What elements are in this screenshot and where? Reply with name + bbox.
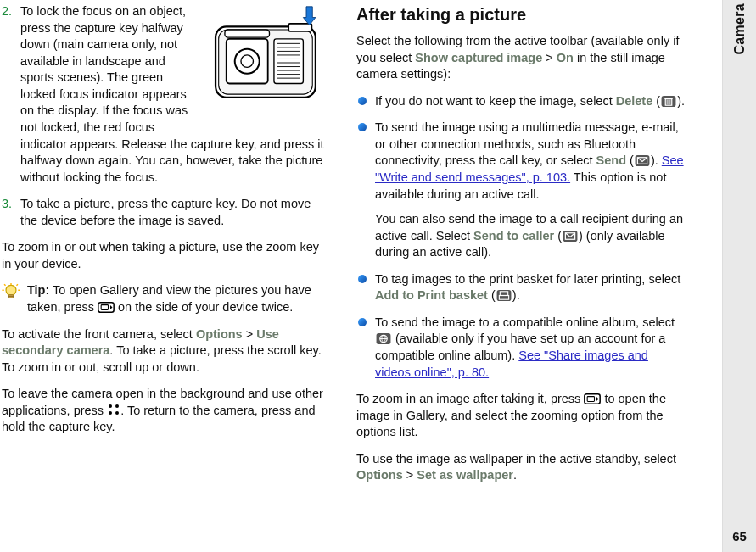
online-album-icon: [375, 332, 392, 345]
envelope-icon: [562, 230, 579, 243]
svg-point-33: [115, 411, 119, 415]
list-item: To tag images to the print basket for la…: [356, 271, 686, 304]
send-label: Send: [596, 153, 626, 167]
svg-rect-36: [664, 98, 672, 99]
svg-marker-18: [303, 7, 316, 25]
envelope-icon: [634, 154, 651, 167]
gallery-key-icon: [98, 301, 115, 314]
menu-key-icon: [107, 403, 120, 416]
trash-icon: [660, 95, 677, 108]
phone-back-illustration: [208, 3, 331, 122]
wallpaper-paragraph: To use the image as wallpaper in the act…: [356, 451, 686, 484]
print-basket-icon: [496, 289, 512, 302]
svg-line-26: [16, 285, 18, 287]
add-to-print-basket-label: Add to Print basket: [375, 288, 488, 302]
svg-point-4: [241, 55, 254, 68]
leave-open-paragraph: To leave the camera open in the backgrou…: [2, 386, 331, 436]
svg-point-30: [109, 404, 112, 408]
list-item: To send the image to a compatible online…: [356, 315, 686, 381]
tip-text-b: on the side of your device twice.: [115, 300, 293, 314]
right-column: After taking a picture Select the follow…: [355, 0, 694, 552]
list-item: To send the image using a multimedia mes…: [356, 120, 686, 261]
step-2: 2. To lock the focus on an object, press…: [2, 3, 331, 186]
left-column: 2. To lock the focus on an object, press…: [0, 0, 339, 552]
page-number: 65: [732, 528, 747, 545]
svg-rect-16: [225, 30, 270, 37]
bullet-icon: [358, 275, 367, 283]
section-heading: After taking a picture: [356, 3, 686, 26]
send-to-caller-paragraph: You can also send the image to a call re…: [375, 211, 686, 261]
bullet-icon: [358, 123, 367, 131]
gallery-key-icon: [584, 393, 601, 405]
step-2-number: 2.: [2, 3, 12, 20]
options-label: Options: [196, 327, 243, 341]
bullet-icon: [358, 97, 367, 105]
tip-box: Tip: To open Gallery and view the pictur…: [2, 282, 331, 315]
page-sidebar: Camera 65: [722, 0, 756, 552]
front-camera-paragraph: To activate the front camera, select Opt…: [2, 326, 331, 376]
step-3-text: To take a picture, press the capture key…: [20, 197, 311, 227]
tip-label: Tip:: [27, 283, 49, 297]
step-3-number: 3.: [2, 196, 12, 213]
bullet-icon: [358, 318, 367, 326]
set-as-wallpaper-label: Set as wallpaper: [417, 468, 513, 482]
show-captured-image-label: Show captured image: [415, 51, 542, 64]
svg-rect-17: [288, 24, 311, 31]
svg-rect-5: [274, 39, 303, 84]
options-label: Options: [356, 468, 403, 482]
svg-line-25: [4, 285, 6, 287]
svg-point-32: [109, 411, 112, 415]
send-to-caller-label: Send to caller: [473, 229, 554, 243]
svg-point-19: [6, 286, 16, 296]
zoom-after-paragraph: To zoom in an image after taking it, pre…: [356, 391, 686, 441]
section-tab-label: Camera: [731, 3, 749, 55]
delete-label: Delete: [616, 94, 653, 108]
svg-point-31: [115, 404, 119, 408]
toolbar-options-list: If you do not want to keep the image, se…: [356, 93, 686, 381]
intro-paragraph: Select the following from the active too…: [356, 33, 686, 83]
on-label: On: [557, 51, 574, 64]
list-item: If you do not want to keep the image, se…: [356, 93, 686, 110]
lightbulb-icon: [2, 283, 20, 302]
zoom-paragraph: To zoom in or out when taking a picture,…: [2, 239, 331, 272]
step-3: 3. To take a picture, press the capture …: [2, 196, 331, 229]
